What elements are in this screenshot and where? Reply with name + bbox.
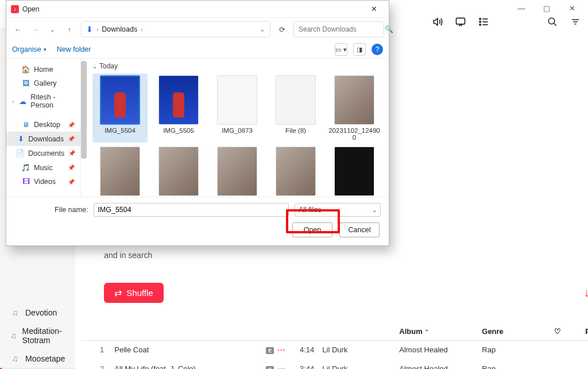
file-thumbnail — [217, 147, 257, 196]
sidebar-quick-item[interactable]: 🏠Home — [6, 62, 80, 76]
file-label: 20231102_124900 — [328, 127, 380, 141]
shuffle-button[interactable]: ⇄ Shuffle — [104, 283, 163, 303]
view-mode-button[interactable]: ▭ ▾ — [335, 43, 347, 56]
file-item[interactable]: File (8) — [268, 74, 323, 143]
filename-input[interactable] — [94, 203, 289, 217]
col-header-fav[interactable]: ♡ — [547, 327, 568, 336]
sidebar-item-playlist[interactable]: ♫Moosetape — [0, 349, 75, 368]
col-header-album[interactable]: Album — [399, 327, 479, 336]
nav-back-button[interactable]: ← — [11, 22, 25, 36]
sidebar-pinned-item[interactable]: 🖥Desktop📌 — [6, 118, 80, 132]
window-close-button[interactable]: ✕ — [559, 0, 585, 16]
file-item[interactable]: 20231102_124900 — [327, 74, 382, 143]
dialog-search-field[interactable]: 🔍 — [293, 21, 384, 37]
dialog-toolbar: Organise ▾ New folder ▭ ▾ ◨ ? — [6, 41, 389, 58]
sidebar-pinned-item[interactable]: ⬇Downloads📌 — [6, 132, 80, 146]
dialog-titlebar: ♪ Open ✕ — [6, 1, 389, 18]
sidebar-quick-item[interactable]: ›☁Ritesh - Person — [6, 90, 80, 112]
track-plays: 1 — [570, 345, 588, 354]
file-item[interactable]: IMG_5505 — [151, 74, 206, 143]
search-icon: 🔍 — [385, 25, 393, 33]
organise-menu[interactable]: Organise ▾ — [12, 45, 47, 53]
track-genre: Rap — [482, 364, 545, 369]
file-item[interactable]: IMG_5504 — [92, 74, 148, 143]
pin-icon: 📌 — [68, 122, 75, 128]
nav-up-button[interactable]: ↑ — [63, 22, 76, 36]
file-item[interactable]: IMG_0870 — [327, 145, 382, 197]
playlist-icon: ♫ — [10, 354, 20, 363]
preview-pane-button[interactable]: ◨ — [353, 43, 366, 56]
folder-icon: ☁ — [19, 97, 26, 106]
sidebar-item-playlist[interactable]: ♫Devotion — [0, 303, 75, 322]
file-item[interactable]: 20231102_124942 — [151, 145, 206, 197]
open-button[interactable]: Open — [292, 222, 332, 237]
refresh-button[interactable]: ⟳ — [274, 21, 290, 37]
table-row[interactable]: 1 Pelle Coat E··· 4:14 Lil Durk Almost H… — [81, 341, 588, 360]
nav-forward-button[interactable]: → — [28, 22, 42, 36]
file-item[interactable]: IMG_0873 — [210, 74, 265, 143]
col-header-plays[interactable]: Plays — [570, 327, 588, 336]
cancel-button[interactable]: Cancel — [339, 222, 380, 237]
chevron-down-icon: ⌄ — [372, 207, 377, 213]
row-more-button[interactable]: ··· — [277, 364, 285, 369]
file-thumbnail — [158, 75, 199, 125]
folder-icon: ⬇ — [18, 134, 24, 143]
folder-icon: 🏠 — [22, 65, 30, 74]
track-genre: Rap — [482, 345, 545, 354]
tracks-table: Album Genre ♡ Plays 1 Pelle Coat E··· 4:… — [81, 322, 588, 369]
search-input[interactable] — [299, 25, 385, 33]
chat-icon[interactable] — [455, 16, 466, 28]
file-item[interactable]: 20231102_124945(0) — [210, 145, 265, 197]
track-title: Pelle Coat — [114, 345, 264, 354]
file-thumbnail — [100, 147, 140, 196]
sidebar-pinned-item[interactable]: 🎞Videos📌 — [6, 175, 80, 189]
col-header-genre[interactable]: Genre — [482, 327, 545, 336]
chevron-right-icon: › — [141, 26, 142, 33]
file-thumbnail — [334, 147, 374, 196]
breadcrumb-segment[interactable]: Downloads — [102, 25, 137, 33]
help-button[interactable]: ? — [372, 44, 383, 55]
track-album: Almost Healed — [399, 364, 479, 369]
file-item[interactable]: 20231102_124922 — [92, 145, 148, 197]
table-row[interactable]: 2 All My Life (feat. J. Cole) E··· 3:44 … — [81, 360, 588, 369]
pin-icon: 📌 — [68, 136, 75, 142]
svg-line-8 — [554, 23, 556, 26]
window-minimize-button[interactable]: — — [509, 0, 534, 16]
playlist-icon: ♫ — [10, 331, 17, 340]
sidebar-item-label: Home — [34, 66, 53, 74]
download-icon[interactable]: ↓ — [584, 286, 588, 299]
sidebar-pinned-item[interactable]: 🎵Music📌 — [6, 160, 80, 175]
sidebar-pinned-item[interactable]: 📄Documents📌 — [6, 146, 80, 160]
search-icon[interactable] — [547, 16, 558, 28]
breadcrumb[interactable]: ⬇ › Downloads › ⌄ — [81, 21, 270, 37]
track-time: 4:14 — [291, 345, 320, 354]
shuffle-icon: ⇄ — [114, 287, 122, 298]
file-thumbnail — [217, 75, 257, 125]
sidebar-quick-item[interactable]: 🖼Gallery — [6, 76, 80, 90]
svg-point-1 — [479, 18, 481, 20]
folder-icon: 📄 — [16, 149, 24, 157]
filename-label: File name: — [55, 206, 88, 214]
file-label: IMG_0873 — [222, 127, 253, 134]
file-item[interactable]: 20231102_124945 — [268, 145, 323, 197]
file-open-dialog: ♪ Open ✕ ← → ⌄ ↑ ⬇ › Downloads › ⌄ ⟳ 🔍 O… — [6, 0, 389, 246]
chevron-down-icon[interactable]: ⌄ — [260, 25, 265, 33]
volume-icon[interactable] — [432, 16, 443, 28]
new-folder-button[interactable]: New folder — [57, 45, 91, 53]
shuffle-label: Shuffle — [126, 288, 153, 298]
filter-icon[interactable] — [570, 16, 581, 28]
dialog-close-button[interactable]: ✕ — [362, 2, 385, 17]
row-more-button[interactable]: ··· — [277, 345, 285, 354]
list-icon[interactable] — [478, 16, 489, 28]
sidebar-item-label: Documents — [28, 149, 64, 157]
file-group-heading[interactable]: ⌄ Today — [84, 61, 385, 74]
nav-recent-dropdown[interactable]: ⌄ — [45, 22, 59, 36]
file-list-pane: ⌄ Today IMG_5504IMG_5505IMG_0873File (8)… — [81, 59, 389, 197]
track-album: Almost Healed — [399, 345, 479, 354]
sidebar-item-playlist[interactable]: ♫Meditation-Stotram — [0, 322, 75, 349]
table-header: Album Genre ♡ Plays — [81, 322, 588, 341]
scrollbar[interactable] — [81, 61, 87, 159]
playlist-label: Meditation-Stotram — [22, 326, 65, 345]
window-maximize-button[interactable]: ▢ — [534, 0, 559, 16]
file-type-filter[interactable]: All files ⌄ — [295, 203, 381, 217]
